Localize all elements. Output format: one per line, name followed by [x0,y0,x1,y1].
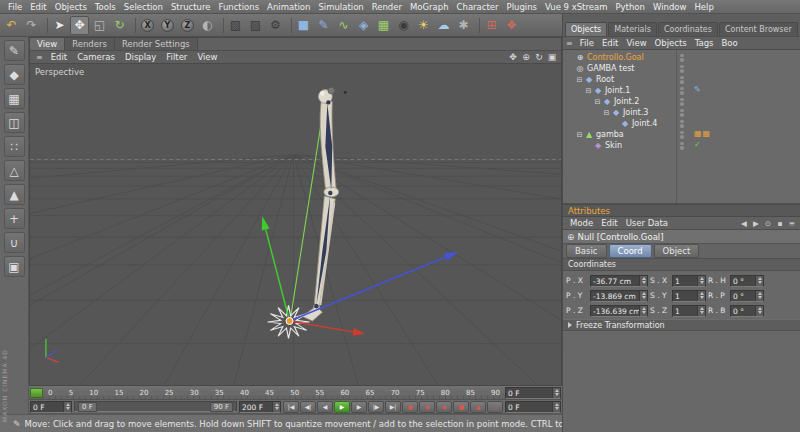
object-label[interactable]: GAMBA test [585,64,634,73]
scene-svg[interactable] [30,64,561,385]
object-label[interactable]: Joint.1 [603,86,630,95]
model-mode-icon[interactable]: ◆ [4,64,25,85]
next-key-button[interactable]: |▶ [368,401,384,413]
visibility-dots[interactable] [680,131,684,139]
go-to-end-button[interactable]: ▶| [385,401,401,413]
polygons-mode-icon[interactable]: ▲ [4,184,25,205]
object-manager-menu-item[interactable]: Boo [718,38,742,48]
undo-icon[interactable]: ↶ [2,16,21,35]
tab-coordinates[interactable]: Coordinates [658,22,718,36]
position-field[interactable]: -36.77 cm [590,275,648,287]
tree-item-root[interactable]: ⊟ ◆ Root [563,74,800,85]
visibility-dots[interactable] [680,142,684,150]
rotate-tool[interactable]: ↻ [110,16,129,35]
separator[interactable] [43,18,48,33]
separator[interactable] [475,18,480,33]
current-frame-input[interactable]: 0 F [30,401,72,413]
separator[interactable] [131,18,136,33]
viewport-menu-icon[interactable]: ≡ [33,53,46,62]
render-picture-viewer-button[interactable]: ▨ [246,16,265,35]
tree-item-gamba[interactable]: ⊟ ▲ gamba ▦▦ [563,129,800,140]
rotation-field[interactable]: 0 ° [730,290,764,302]
xpresso-icon[interactable]: ⊞ [482,16,501,35]
spinner[interactable] [552,402,560,412]
spinner[interactable] [639,291,647,301]
object-label[interactable]: Root [594,75,614,84]
add-particles-button[interactable]: ✱ [454,16,473,35]
preview-range-slider[interactable]: 0 F 90 F [74,401,237,412]
object-label[interactable]: Joint.2 [612,97,639,106]
tab-basic[interactable]: Basic [566,244,607,258]
search-icon[interactable]: ⊙ [763,219,773,228]
previous-key-button[interactable]: ◀| [300,401,316,413]
points-mode-icon[interactable]: ∷ [4,136,25,157]
tab-content-browser[interactable]: Content Browser [719,22,798,36]
visibility-dots[interactable] [680,54,684,62]
record-parameter-button[interactable]: ◇ [487,401,503,413]
attributes-menu-item[interactable]: Mode [566,218,597,228]
scale-field[interactable]: 1 [672,290,706,302]
menu-item[interactable]: Simulation [314,2,367,12]
workplane-mode-icon[interactable]: ◫ [4,112,25,133]
add-floor-button[interactable]: ▦ [374,16,393,35]
tab-coord[interactable]: Coord [609,244,652,258]
freeze-transformation-header[interactable]: Freeze Transformation [563,319,800,331]
tree-item-joint-4[interactable]: ◆ Joint.4 [563,118,800,129]
texture-mode-icon[interactable]: ▦ [4,88,25,109]
spinner[interactable] [639,276,647,286]
object-label[interactable]: Joint.3 [621,108,648,117]
tab-renders[interactable]: Renders [65,38,115,50]
menu-item[interactable]: File [4,2,26,12]
previous-frame-button[interactable]: ◀ [317,401,333,413]
make-editable-icon[interactable]: ✎ [4,40,25,61]
range-end-handle[interactable]: 90 F [210,402,233,412]
expand-toggle-icon[interactable]: ⊟ [593,98,602,106]
nav-forward-icon[interactable]: ▶ [751,219,761,228]
mograph-icon[interactable]: ❖ [502,16,521,35]
visibility-dots[interactable] [680,87,684,95]
tab-objects[interactable]: Objects [565,22,607,36]
attributes-menu-item[interactable]: Edit [597,218,621,228]
position-field[interactable]: -13.869 cm [590,290,648,302]
separator[interactable] [287,18,292,33]
tab-view[interactable]: View [30,38,65,50]
x-axis-lock-button[interactable]: X [138,16,157,35]
render-view-button[interactable]: ▧ [226,16,245,35]
timeline-ruler[interactable]: 051015202530354045505560657075808590 0 F [29,386,562,400]
y-axis-lock-button[interactable]: Y [158,16,177,35]
live-selection-tool[interactable]: ➤ [50,16,69,35]
object-label[interactable]: gamba [594,130,624,139]
tree-item-gamba-test[interactable]: ◎ GAMBA test [563,63,800,74]
coordinates-section-header[interactable]: Coordinates [563,259,800,271]
spinner[interactable] [272,402,280,412]
viewport-menu-item[interactable]: Cameras [72,52,120,62]
visibility-dots[interactable] [680,76,684,84]
position-field[interactable]: -136.639 cm [590,305,648,317]
add-light-button[interactable]: ☀ [414,16,433,35]
add-spline-button[interactable]: ✎ [314,16,333,35]
add-camera-button[interactable]: ◉ [394,16,413,35]
tree-item-joint-2[interactable]: ⊟ ◆ Joint.2 [563,96,800,107]
move-gizmo[interactable] [262,216,459,336]
record-rotation-button[interactable]: ▲ [470,401,486,413]
object-tags[interactable]: ▦▦ [694,129,711,138]
menu-item[interactable]: MoGraph [406,2,453,12]
tree-item-controllo-goal[interactable]: ⊕ Controllo.Goal [563,52,800,63]
spinner[interactable] [63,402,71,412]
frame-field-secondary[interactable]: 0 F [505,401,561,413]
record-scale-button[interactable]: ■ [453,401,469,413]
menu-item[interactable]: Tools [91,2,120,12]
scale-field[interactable]: 1 [672,305,706,317]
viewport-menu-item[interactable]: View [192,52,222,62]
spinner[interactable] [697,306,705,316]
view-label[interactable]: Perspective [35,67,84,77]
object-label[interactable]: Controllo.Goal [585,53,644,62]
nav-back-icon[interactable]: ◀ [739,219,749,228]
tree-item-joint-1[interactable]: ⊟ ◆ Joint.1 ✎ [563,85,800,96]
menu-item[interactable]: Animation [263,2,314,12]
rotate-view-icon[interactable]: ↻ [533,52,545,62]
redo-icon[interactable]: ↷ [22,16,41,35]
scale-tool[interactable]: ◱ [90,16,109,35]
visibility-dots[interactable] [680,120,684,128]
menu-item[interactable]: Render [368,2,406,12]
